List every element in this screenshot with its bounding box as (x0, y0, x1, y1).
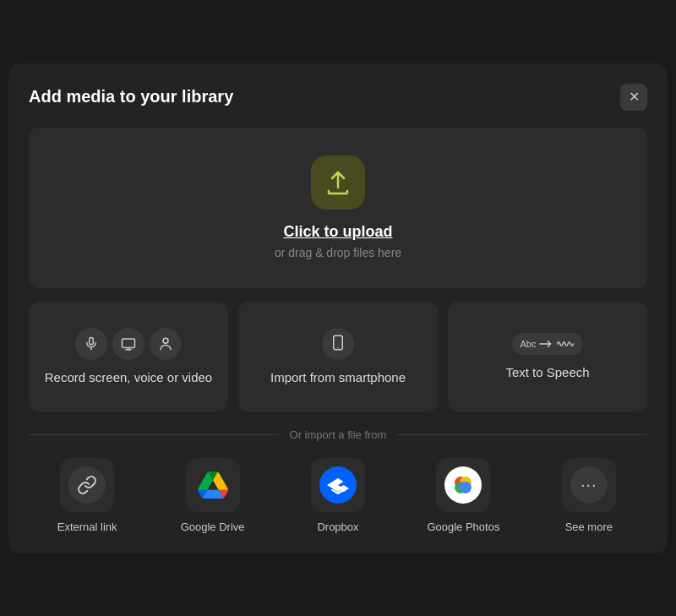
external-link-icon-wrap (60, 458, 114, 512)
sources-row: External link Google Drive (29, 458, 647, 533)
tts-card[interactable]: Abc Text to Speech (448, 302, 647, 412)
upload-icon (323, 167, 353, 198)
smartphone-icons (322, 328, 354, 360)
google-photos-bg (444, 466, 482, 504)
link-icon (77, 475, 97, 495)
see-more-label: See more (565, 521, 613, 533)
source-external-link[interactable]: External link (29, 458, 145, 533)
upload-drag-label: or drag & drop files here (275, 246, 401, 259)
ellipsis-icon: ··· (581, 475, 597, 494)
close-button[interactable]: ✕ (620, 84, 647, 111)
svg-rect-2 (123, 339, 135, 348)
see-more-icon-wrap: ··· (562, 458, 616, 512)
source-google-drive[interactable]: Google Drive (154, 458, 270, 533)
google-photos-icon-wrap (436, 458, 490, 512)
google-drive-icon (198, 470, 228, 500)
close-icon: ✕ (629, 89, 640, 105)
record-label: Record screen, voice or video (45, 370, 212, 384)
external-link-label: External link (57, 521, 117, 533)
tts-label: Text to Speech (505, 365, 589, 379)
svg-point-7 (337, 347, 339, 349)
upload-area[interactable]: Click to upload or drag & drop files her… (29, 128, 647, 288)
google-photos-icon (451, 473, 475, 497)
person-icon (150, 328, 182, 360)
divider-row: Or import a file from (29, 428, 647, 441)
tts-abc-label: Abc (521, 339, 537, 349)
external-link-bg (68, 466, 106, 504)
svg-rect-0 (90, 338, 94, 345)
dropbox-icon (327, 475, 349, 495)
modal-header: Add media to your library ✕ (29, 84, 647, 111)
smartphone-card[interactable]: Import from smartphone (238, 302, 438, 412)
google-drive-icon-wrap (186, 458, 240, 512)
google-photos-label: Google Photos (427, 521, 499, 533)
see-more-bg: ··· (570, 466, 608, 504)
source-see-more[interactable]: ··· See more (531, 458, 647, 533)
smartphone-label: Import from smartphone (270, 370, 406, 384)
smartphone-icon (322, 328, 354, 360)
screen-icon (112, 328, 144, 360)
svg-point-11 (460, 481, 472, 493)
dropbox-icon-wrap (311, 458, 365, 512)
tts-icons: Abc (512, 333, 584, 355)
divider-text: Or import a file from (290, 428, 387, 441)
cards-row: Record screen, voice or video Import fro… (29, 302, 647, 412)
tts-wave-icon (556, 338, 575, 350)
record-card[interactable]: Record screen, voice or video (29, 302, 228, 412)
dropbox-bg (319, 466, 357, 504)
record-icons (75, 328, 182, 360)
google-drive-label: Google Drive (181, 521, 245, 533)
upload-icon-wrap (311, 155, 365, 210)
tts-arrow-icon (539, 340, 553, 348)
mic-icon (75, 328, 107, 360)
modal: Add media to your library ✕ Click to upl… (8, 63, 668, 553)
modal-title: Add media to your library (29, 87, 233, 106)
svg-point-5 (163, 338, 168, 343)
source-dropbox[interactable]: Dropbox (280, 458, 396, 533)
upload-click-label[interactable]: Click to upload (283, 223, 392, 241)
divider-left (29, 434, 280, 435)
divider-right (396, 434, 647, 435)
dropbox-label: Dropbox (317, 521, 358, 533)
source-google-photos[interactable]: Google Photos (405, 458, 521, 533)
